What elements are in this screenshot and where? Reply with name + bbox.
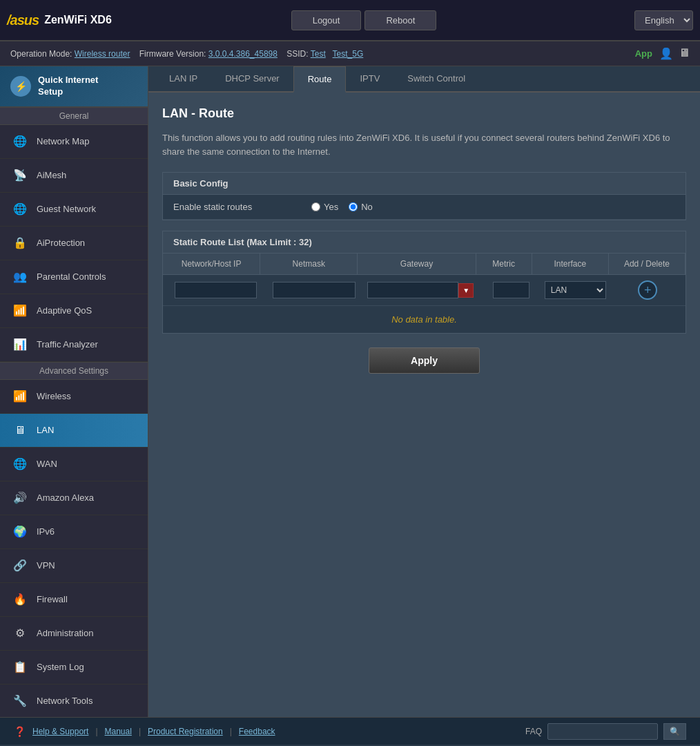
firmware-label: Firmware Version:	[139, 49, 206, 59]
language-select[interactable]: English	[634, 10, 693, 30]
sidebar-item-wireless[interactable]: 📶 Wireless	[0, 380, 148, 414]
asus-logo: /asus	[7, 12, 39, 28]
netmask-input[interactable]	[273, 282, 355, 298]
sidebar-item-administration[interactable]: ⚙ Administration	[0, 617, 148, 651]
sidebar-item-aimesh[interactable]: 📡 AiMesh	[0, 159, 148, 193]
product-registration-link[interactable]: Product Registration	[148, 727, 223, 736]
faq-label: FAQ	[525, 727, 542, 736]
page-title: LAN - Route	[162, 106, 686, 121]
metric-input[interactable]	[493, 282, 529, 298]
radio-no[interactable]	[349, 202, 358, 211]
ssid-5g[interactable]: Test_5G	[333, 49, 364, 59]
lan-label: LAN	[37, 425, 54, 435]
sep3: |	[230, 727, 232, 736]
gateway-input[interactable]	[367, 282, 459, 298]
sidebar: ⚡ Quick Internet Setup General 🌐 Network…	[0, 66, 148, 717]
ssid-2g[interactable]: Test	[311, 49, 326, 59]
enable-static-routes-value: Yes No	[311, 202, 373, 212]
advanced-section-label: Advanced Settings	[0, 362, 148, 380]
faq-search-input[interactable]	[547, 723, 658, 740]
sidebar-item-traffic-analyzer[interactable]: 📊 Traffic Analyzer	[0, 328, 148, 362]
sidebar-item-system-log[interactable]: 📋 System Log	[0, 651, 148, 685]
adaptive-qos-icon: 📶	[10, 301, 30, 321]
network-tools-icon: 🔧	[10, 691, 30, 711]
tab-iptv[interactable]: IPTV	[346, 66, 393, 93]
manual-link[interactable]: Manual	[105, 727, 132, 736]
guest-network-icon: 🌐	[10, 200, 30, 219]
aimesh-label: AiMesh	[37, 170, 66, 180]
radio-yes-label[interactable]: Yes	[311, 202, 338, 212]
administration-icon: ⚙	[10, 624, 30, 643]
vpn-icon: 🔗	[10, 556, 30, 575]
ipv6-icon: 🌍	[10, 522, 30, 542]
tab-route[interactable]: Route	[293, 66, 347, 93]
sidebar-item-vpn[interactable]: 🔗 VPN	[0, 549, 148, 583]
wan-label: WAN	[37, 459, 57, 469]
faq-search-button[interactable]: 🔍	[663, 723, 686, 740]
sidebar-item-wan[interactable]: 🌐 WAN	[0, 448, 148, 481]
add-route-button[interactable]: +	[638, 280, 657, 300]
main-content: LAN IP DHCP Server Route IPTV Switch Con…	[148, 66, 700, 717]
interface-select-cell: LAN WAN	[538, 281, 614, 299]
logout-button[interactable]: Logout	[291, 10, 362, 30]
sidebar-item-aiprotection[interactable]: 🔒 AiProtection	[0, 227, 148, 260]
sidebar-item-ipv6[interactable]: 🌍 IPv6	[0, 515, 148, 549]
tab-dhcp-server[interactable]: DHCP Server	[211, 66, 293, 93]
sidebar-item-lan[interactable]: 🖥 LAN	[0, 414, 148, 448]
parental-controls-icon: 👥	[10, 267, 30, 287]
sidebar-item-parental-controls[interactable]: 👥 Parental Controls	[0, 260, 148, 294]
basic-config-section: Basic Config Enable static routes Yes No	[162, 172, 686, 220]
monitor-icon[interactable]: 🖥	[679, 47, 690, 60]
no-data-row: No data in table.	[163, 306, 686, 333]
col-header-metric: Metric	[476, 254, 532, 274]
sidebar-item-firewall[interactable]: 🔥 Firewall	[0, 583, 148, 617]
quick-setup-item[interactable]: ⚡ Quick Internet Setup	[0, 66, 148, 107]
wan-icon: 🌐	[10, 455, 30, 474]
static-route-section: Static Route List (Max Limit : 32) Netwo…	[162, 231, 686, 334]
sidebar-item-network-tools[interactable]: 🔧 Network Tools	[0, 685, 148, 717]
reboot-button[interactable]: Reboot	[364, 10, 436, 30]
col-header-add-delete: Add / Delete	[609, 254, 686, 274]
yes-text: Yes	[324, 202, 338, 212]
table-input-row: ▼ LAN WAN +	[163, 275, 686, 306]
network-map-label: Network Map	[37, 136, 90, 146]
aiprotection-label: AiProtection	[37, 238, 85, 248]
operation-mode-label: Operation Mode:	[10, 49, 72, 59]
logo-area: /asus ZenWiFi XD6	[7, 12, 145, 28]
sidebar-item-amazon-alexa[interactable]: 🔊 Amazon Alexa	[0, 481, 148, 515]
sidebar-item-guest-network[interactable]: 🌐 Guest Network	[0, 193, 148, 227]
network-input[interactable]	[175, 282, 257, 298]
vpn-label: VPN	[37, 560, 55, 571]
apply-button[interactable]: Apply	[369, 347, 480, 374]
adaptive-qos-label: Adaptive QoS	[37, 305, 92, 316]
main-header: /asus ZenWiFi XD6 Logout Reboot English	[0, 0, 700, 41]
user-icon[interactable]: 👤	[659, 47, 673, 60]
system-log-icon: 📋	[10, 658, 30, 677]
radio-yes[interactable]	[311, 202, 320, 211]
interface-select[interactable]: LAN WAN	[545, 281, 607, 299]
tabs-bar: LAN IP DHCP Server Route IPTV Switch Con…	[148, 66, 700, 93]
network-map-icon: 🌐	[10, 132, 30, 151]
firewall-label: Firewall	[37, 594, 68, 604]
sidebar-item-adaptive-qos[interactable]: 📶 Adaptive QoS	[0, 294, 148, 328]
network-tools-label: Network Tools	[37, 696, 93, 706]
tab-switch-control[interactable]: Switch Control	[393, 66, 479, 93]
feedback-link[interactable]: Feedback	[239, 727, 275, 736]
static-route-header: Static Route List (Max Limit : 32)	[163, 231, 686, 254]
gateway-dropdown-btn[interactable]: ▼	[458, 283, 474, 298]
sidebar-item-network-map[interactable]: 🌐 Network Map	[0, 125, 148, 159]
subheader-icons: 👤 🖥	[659, 47, 690, 60]
operation-mode-value[interactable]: Wireless router	[75, 49, 130, 59]
traffic-analyzer-label: Traffic Analyzer	[37, 339, 98, 350]
tab-lan-ip[interactable]: LAN IP	[155, 66, 211, 93]
help-icon: ❓	[14, 726, 26, 737]
col-header-network: Network/Host IP	[163, 254, 260, 274]
general-section-label: General	[0, 107, 148, 125]
content-area: LAN - Route This function allows you to …	[148, 93, 700, 388]
radio-no-label[interactable]: No	[349, 202, 373, 212]
firmware-value[interactable]: 3.0.0.4.386_45898	[208, 49, 278, 59]
help-support-link[interactable]: Help & Support	[32, 727, 88, 736]
sep2: |	[139, 727, 141, 736]
netmask-input-cell	[265, 282, 364, 298]
aiprotection-icon: 🔒	[10, 233, 30, 253]
